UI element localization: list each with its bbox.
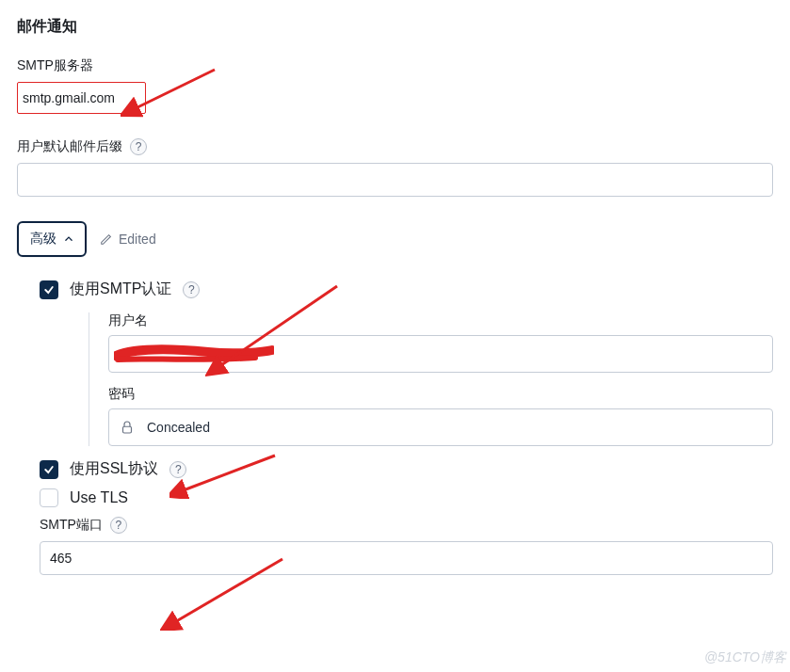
lock-icon: [119, 419, 136, 436]
smtp-auth-checkbox[interactable]: [40, 280, 58, 299]
ssl-label: 使用SSL协议: [70, 459, 158, 479]
smtp-auth-label: 使用SMTP认证: [70, 280, 171, 299]
concealed-text: Concealed: [147, 420, 210, 435]
watermark: @51CTO博客: [704, 649, 786, 666]
default-suffix-label: 用户默认邮件后缀: [17, 138, 122, 155]
section-title: 邮件通知: [17, 17, 773, 37]
smtp-port-label: SMTP端口: [40, 517, 103, 534]
username-input[interactable]: [108, 335, 773, 373]
password-label: 密码: [108, 386, 773, 403]
chevron-up-icon: [64, 234, 73, 244]
help-icon[interactable]: ?: [130, 138, 147, 155]
edited-label: Edited: [119, 232, 156, 247]
edited-indicator: Edited: [100, 232, 156, 247]
smtp-server-label: SMTP服务器: [17, 57, 773, 74]
check-icon: [43, 464, 55, 475]
svg-rect-0: [123, 426, 132, 433]
password-concealed-field[interactable]: Concealed: [108, 408, 773, 446]
advanced-button-label: 高级: [30, 231, 56, 248]
smtp-port-input[interactable]: [40, 541, 773, 575]
username-label: 用户名: [108, 312, 773, 329]
help-icon[interactable]: ?: [183, 281, 200, 298]
tls-label: Use TLS: [70, 489, 128, 506]
tls-checkbox[interactable]: [40, 488, 58, 507]
default-suffix-input[interactable]: [17, 163, 773, 197]
smtp-server-input[interactable]: [23, 90, 136, 105]
help-icon[interactable]: ?: [110, 517, 127, 534]
ssl-checkbox[interactable]: [40, 460, 58, 479]
smtp-server-highlight: [17, 82, 146, 114]
help-icon[interactable]: ?: [169, 461, 186, 478]
check-icon: [43, 284, 55, 296]
advanced-toggle-button[interactable]: 高级: [17, 221, 87, 257]
pencil-icon: [100, 232, 113, 246]
